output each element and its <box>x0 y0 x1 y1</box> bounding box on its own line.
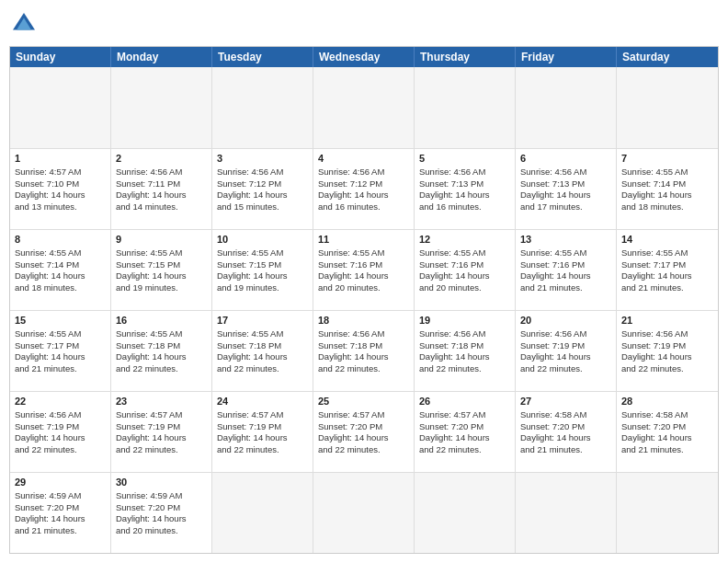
day-info-line: Sunrise: 4:56 AM <box>15 409 106 421</box>
day-info-line: Sunrise: 4:56 AM <box>520 167 611 178</box>
day-number: 22 <box>15 395 106 408</box>
day-info-line: Sunset: 7:19 PM <box>116 421 207 433</box>
day-info-line: and 21 minutes. <box>15 363 106 375</box>
cal-cell: 10Sunrise: 4:55 AMSunset: 7:15 PMDayligh… <box>212 230 313 310</box>
cal-cell <box>415 67 516 148</box>
day-info-line: and 18 minutes. <box>621 201 713 213</box>
day-info-line: Sunrise: 4:56 AM <box>217 167 308 178</box>
day-info-line: and 22 minutes. <box>318 444 409 456</box>
day-number: 19 <box>419 314 510 327</box>
day-number: 24 <box>217 395 308 408</box>
day-info-line: Sunset: 7:20 PM <box>621 421 713 433</box>
day-info-line: Sunset: 7:14 PM <box>621 178 713 190</box>
day-info-line: Daylight: 14 hours <box>419 270 510 282</box>
day-info-line: Sunrise: 4:56 AM <box>520 328 611 340</box>
logo <box>9 9 42 39</box>
cal-cell: 14Sunrise: 4:55 AMSunset: 7:17 PMDayligh… <box>617 230 718 310</box>
day-info-line: Daylight: 14 hours <box>419 432 510 444</box>
day-info-line: and 16 minutes. <box>419 201 510 213</box>
day-number: 8 <box>15 233 106 247</box>
day-number: 15 <box>15 314 106 327</box>
day-info-line: Daylight: 14 hours <box>419 190 510 201</box>
day-info-line: Sunset: 7:18 PM <box>419 340 510 352</box>
cal-cell: 30Sunrise: 4:59 AMSunset: 7:20 PMDayligh… <box>111 473 212 553</box>
day-number: 21 <box>621 314 713 327</box>
day-info-line: Sunset: 7:18 PM <box>217 340 308 352</box>
day-info-line: Daylight: 14 hours <box>116 351 207 363</box>
week-row-6: 29Sunrise: 4:59 AMSunset: 7:20 PMDayligh… <box>10 472 718 553</box>
day-info-line: Daylight: 14 hours <box>621 432 713 444</box>
day-number: 9 <box>116 233 207 247</box>
day-info-line: Sunrise: 4:57 AM <box>318 409 409 421</box>
day-info-line: Daylight: 14 hours <box>621 351 713 363</box>
header-day-tuesday: Tuesday <box>212 47 313 67</box>
header-day-thursday: Thursday <box>415 47 516 67</box>
day-info-line: Daylight: 14 hours <box>15 513 106 525</box>
cal-cell: 28Sunrise: 4:58 AMSunset: 7:20 PMDayligh… <box>617 392 718 472</box>
day-info-line: Sunset: 7:18 PM <box>116 340 207 352</box>
cal-cell: 22Sunrise: 4:56 AMSunset: 7:19 PMDayligh… <box>10 392 111 472</box>
week-row-5: 22Sunrise: 4:56 AMSunset: 7:19 PMDayligh… <box>10 391 718 472</box>
cal-cell: 1Sunrise: 4:57 AMSunset: 7:10 PMDaylight… <box>10 149 111 229</box>
day-info-line: Daylight: 14 hours <box>318 190 409 201</box>
calendar-header: SundayMondayTuesdayWednesdayThursdayFrid… <box>10 47 718 67</box>
day-info-line: Sunrise: 4:57 AM <box>217 409 308 421</box>
cal-cell: 4Sunrise: 4:56 AMSunset: 7:12 PMDaylight… <box>313 149 415 229</box>
day-info-line: Daylight: 14 hours <box>318 432 409 444</box>
day-number: 13 <box>520 233 611 247</box>
cal-cell <box>516 67 617 148</box>
day-info-line: Sunrise: 4:55 AM <box>621 247 713 259</box>
day-info-line: and 14 minutes. <box>116 201 207 213</box>
day-info-line: and 18 minutes. <box>15 282 106 294</box>
day-info-line: Sunrise: 4:57 AM <box>116 409 207 421</box>
cal-cell: 24Sunrise: 4:57 AMSunset: 7:19 PMDayligh… <box>212 392 313 472</box>
day-number: 10 <box>217 233 308 247</box>
day-info-line: Daylight: 14 hours <box>217 270 308 282</box>
cal-cell <box>10 67 111 148</box>
day-info-line: Sunrise: 4:56 AM <box>621 328 713 340</box>
calendar: SundayMondayTuesdayWednesdayThursdayFrid… <box>9 46 719 554</box>
day-info-line: Sunset: 7:16 PM <box>520 259 611 271</box>
day-info-line: Sunrise: 4:56 AM <box>318 167 409 178</box>
day-info-line: and 22 minutes. <box>116 444 207 456</box>
day-info-line: and 20 minutes. <box>318 282 409 294</box>
day-info-line: Daylight: 14 hours <box>520 432 611 444</box>
day-info-line: Daylight: 14 hours <box>419 351 510 363</box>
day-info-line: Sunset: 7:20 PM <box>15 502 106 514</box>
cal-cell: 15Sunrise: 4:55 AMSunset: 7:17 PMDayligh… <box>10 311 111 391</box>
cal-cell <box>516 473 617 553</box>
day-info-line: Sunset: 7:14 PM <box>15 259 106 271</box>
cal-cell: 17Sunrise: 4:55 AMSunset: 7:18 PMDayligh… <box>212 311 313 391</box>
day-info-line: Daylight: 14 hours <box>15 432 106 444</box>
day-number: 26 <box>419 395 510 408</box>
day-info-line: Daylight: 14 hours <box>217 432 308 444</box>
day-info-line: Daylight: 14 hours <box>217 351 308 363</box>
day-info-line: Sunrise: 4:55 AM <box>520 247 611 259</box>
day-info-line: Sunset: 7:16 PM <box>419 259 510 271</box>
day-info-line: Sunrise: 4:56 AM <box>419 167 510 178</box>
cal-cell: 19Sunrise: 4:56 AMSunset: 7:18 PMDayligh… <box>415 311 516 391</box>
header-day-monday: Monday <box>111 47 212 67</box>
day-info-line: and 22 minutes. <box>419 363 510 375</box>
cal-cell <box>617 67 718 148</box>
day-info-line: Sunset: 7:20 PM <box>318 421 409 433</box>
day-info-line: Sunset: 7:18 PM <box>318 340 409 352</box>
cal-cell: 20Sunrise: 4:56 AMSunset: 7:19 PMDayligh… <box>516 311 617 391</box>
day-info-line: and 21 minutes. <box>15 525 106 537</box>
week-row-2: 1Sunrise: 4:57 AMSunset: 7:10 PMDaylight… <box>10 148 718 229</box>
day-info-line: Daylight: 14 hours <box>116 432 207 444</box>
day-info-line: Sunrise: 4:59 AM <box>15 490 106 502</box>
day-info-line: Daylight: 14 hours <box>520 190 611 201</box>
day-info-line: Sunset: 7:12 PM <box>217 178 308 190</box>
day-info-line: Sunrise: 4:56 AM <box>116 167 207 178</box>
day-info-line: Sunset: 7:19 PM <box>217 421 308 433</box>
day-number: 4 <box>318 152 409 166</box>
day-info-line: Sunrise: 4:56 AM <box>419 328 510 340</box>
day-number: 27 <box>520 395 611 408</box>
cal-cell <box>313 473 415 553</box>
day-info-line: Daylight: 14 hours <box>15 190 106 201</box>
day-info-line: Daylight: 14 hours <box>621 270 713 282</box>
cal-cell: 11Sunrise: 4:55 AMSunset: 7:16 PMDayligh… <box>313 230 415 310</box>
day-info-line: and 22 minutes. <box>217 444 308 456</box>
cal-cell: 21Sunrise: 4:56 AMSunset: 7:19 PMDayligh… <box>617 311 718 391</box>
